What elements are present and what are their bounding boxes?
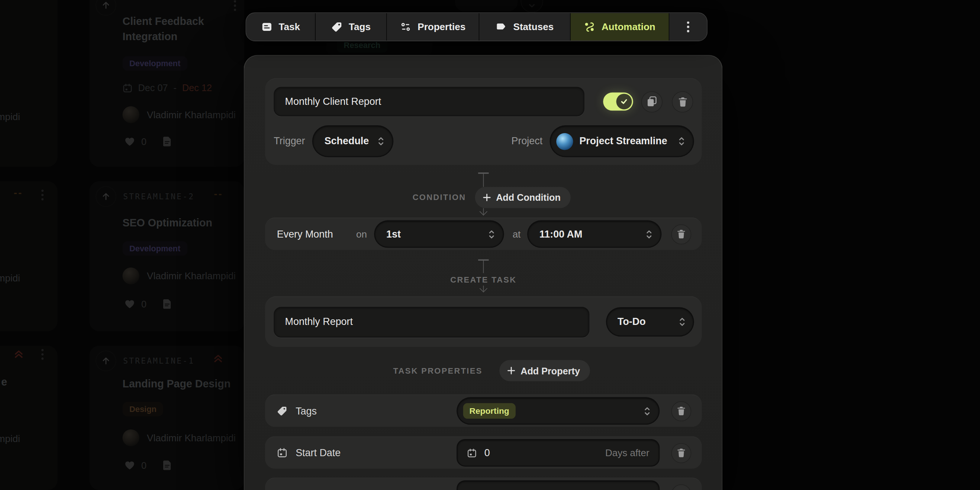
add-property-button[interactable]: Add Property (499, 360, 590, 381)
trigger-select[interactable]: Schedule (313, 126, 393, 156)
tab-more-menu[interactable] (669, 13, 707, 41)
add-property-label: Add Property (520, 366, 580, 376)
trigger-label: Trigger (274, 136, 305, 147)
property-row-partial (265, 477, 702, 490)
project-avatar (556, 133, 573, 150)
create-task-flow-connector: CREATE TASK (265, 259, 702, 291)
delete-automation-button[interactable] (672, 91, 693, 112)
tab-properties[interactable]: Properties (387, 13, 480, 41)
chevron-updown-icon (378, 136, 384, 147)
start-date-offset-suffix: Days after (605, 447, 649, 458)
add-condition-button[interactable]: Add Condition (475, 187, 571, 208)
copy-icon (647, 96, 657, 107)
automation-enabled-toggle[interactable] (603, 92, 633, 111)
schedule-time-select[interactable]: 11:00 AM (528, 221, 661, 247)
property-label: Tags (296, 405, 317, 417)
chevron-updown-icon (678, 136, 685, 147)
tab-task[interactable]: Task (246, 13, 316, 41)
condition-section-label: CONDITION (413, 192, 466, 202)
more-vertical-icon (687, 21, 690, 32)
task-properties-section-label: TASK PROPERTIES (393, 366, 482, 375)
start-date-offset-value: 0 (484, 447, 490, 458)
properties-icon (400, 21, 411, 32)
delete-property-button[interactable] (671, 484, 692, 490)
tab-label: Statuses (514, 21, 554, 32)
connector-line (483, 173, 484, 187)
connector-arrow-icon (480, 207, 487, 215)
project-value: Project Streamline (579, 136, 667, 147)
trash-icon (677, 448, 686, 457)
tab-label: Automation (601, 21, 655, 32)
tab-label: Tags (349, 21, 371, 32)
add-condition-label: Add Condition (496, 192, 561, 203)
property-field[interactable] (458, 481, 659, 490)
calendar-icon (277, 448, 288, 458)
task-status-value: To-Do (617, 317, 646, 328)
property-row-start-date: Start Date 0 Days after (265, 436, 702, 468)
automation-name-input[interactable] (274, 87, 584, 116)
app-root: Vladimir Kharlampidi -- Vladimir Kharlam… (0, 0, 980, 490)
delete-trigger-button[interactable] (671, 224, 692, 244)
chevron-updown-icon (646, 228, 652, 239)
task-status-select[interactable]: To-Do (607, 308, 693, 336)
create-task-section-label: CREATE TASK (450, 275, 516, 284)
schedule-trigger-row: Every Month on 1st at 11:00 AM (265, 218, 702, 250)
schedule-day-value: 1st (386, 228, 401, 239)
tab-automation[interactable]: Automation (571, 13, 670, 41)
automation-header-card: Trigger Schedule Project Project Streaml… (265, 78, 702, 165)
task-icon (261, 21, 272, 32)
check-icon (620, 97, 628, 106)
tag-icon (277, 406, 288, 417)
connector-arrow-icon (480, 285, 487, 292)
delete-property-button[interactable] (671, 443, 692, 463)
tab-tags[interactable]: Tags (316, 13, 387, 41)
condition-flow-connector: CONDITION Add Condition (265, 172, 702, 215)
property-label: Start Date (296, 447, 340, 458)
schedule-time-value: 11:00 AM (539, 228, 582, 239)
view-tab-bar: Task Tags Properties Statuses Automation (246, 13, 708, 41)
start-date-offset-field[interactable]: 0 Days after (458, 440, 659, 466)
tab-label: Task (279, 21, 300, 32)
trash-icon (677, 406, 686, 416)
task-name-input[interactable] (274, 307, 589, 337)
task-properties-header: TASK PROPERTIES Add Property (273, 360, 710, 381)
toggle-knob (616, 94, 632, 109)
chevron-updown-icon (488, 228, 495, 239)
new-task-card: To-Do (265, 296, 702, 347)
automation-icon (584, 21, 595, 32)
delete-property-button[interactable] (671, 401, 692, 421)
connector-line (483, 260, 484, 273)
tag-icon (331, 21, 342, 32)
schedule-day-select[interactable]: 1st (375, 221, 503, 247)
calendar-icon (467, 448, 477, 458)
schedule-frequency: Every Month (277, 228, 333, 239)
project-label: Project (511, 136, 542, 147)
tab-statuses[interactable]: Statuses (479, 13, 570, 41)
trash-icon (678, 97, 687, 107)
duplicate-automation-button[interactable] (641, 91, 662, 112)
trash-icon (677, 229, 686, 239)
tags-value-select[interactable]: Reporting (458, 398, 659, 424)
trigger-value: Schedule (325, 136, 369, 147)
plus-icon (507, 366, 515, 375)
tag-chip: Reporting (463, 403, 515, 418)
status-badge-icon (496, 21, 507, 32)
plus-icon (482, 193, 491, 202)
tab-label: Properties (417, 21, 466, 32)
schedule-at-label: at (513, 228, 521, 239)
automation-editor-modal: Trigger Schedule Project Project Streaml… (244, 55, 723, 490)
chevron-updown-icon (644, 405, 651, 417)
chevron-updown-icon (679, 317, 686, 328)
project-select[interactable]: Project Streamline (550, 126, 693, 156)
property-row-tags: Tags Reporting (265, 395, 702, 427)
schedule-on-label: on (356, 228, 367, 239)
